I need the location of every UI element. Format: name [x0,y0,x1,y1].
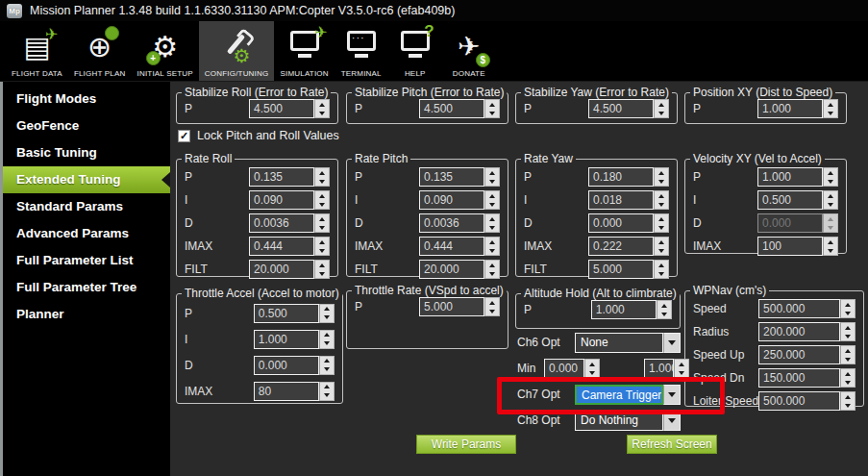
pos-xy-p-input[interactable]: 1.000 [757,99,838,118]
toolbar-help[interactable]: ? HELP [388,21,442,81]
spin-up-icon[interactable] [658,171,664,175]
param-value[interactable]: 0.090 [249,190,314,210]
toolbar-config-tuning[interactable]: ⚙ CONFIG/TUNING [199,21,275,81]
param-value[interactable]: 5.000 [588,260,654,279]
spin-up-icon[interactable] [679,363,684,366]
param-value[interactable]: 0.222 [588,237,654,256]
spinner[interactable] [823,190,838,210]
spin-down-icon[interactable] [319,249,325,253]
spinner[interactable] [314,213,330,233]
spin-up-icon[interactable] [661,304,667,308]
ch8-opt-dropdown[interactable]: Do Nothing [575,411,681,431]
param-value[interactable]: 0.135 [419,167,484,187]
spin-down-icon[interactable] [845,381,851,385]
rate-pitch-filt-input[interactable]: 20.000 [419,260,500,279]
spin-up-icon[interactable] [324,359,330,363]
ch7-opt-dropdown[interactable]: Camera Trigger [575,385,681,405]
throttle-rate-p-input[interactable]: 5.000 [419,297,500,316]
spinner[interactable] [840,345,856,364]
spin-down-icon[interactable] [658,180,664,184]
param-value[interactable]: 0.135 [249,167,314,187]
param-value[interactable]: 20.000 [419,260,484,279]
spinner[interactable] [584,359,600,378]
spin-up-icon[interactable] [828,194,833,198]
param-value[interactable]: 500.000 [758,299,840,318]
param-value[interactable]: 200.000 [758,322,840,341]
rate-roll-imax-input[interactable]: 0.444 [249,237,330,256]
toolbar-flight-plan[interactable]: ⊕ FLIGHT PLAN [68,21,132,81]
spin-up-icon[interactable] [845,395,851,399]
param-value[interactable]: 5.000 [419,297,484,316]
spin-down-icon[interactable] [489,112,495,115]
spinner[interactable] [654,260,669,279]
stab-yaw-p-input[interactable]: 4.500 [588,99,669,118]
spin-up-icon[interactable] [845,326,851,330]
ch8-opt-value[interactable]: Do Nothing [575,411,663,431]
spin-down-icon[interactable] [845,335,851,338]
rate-roll-filt-input[interactable]: 20.000 [249,260,330,279]
spin-down-icon[interactable] [489,272,495,276]
rate-pitch-d-input[interactable]: 0.0036 [419,213,500,233]
rate-yaw-d-input[interactable]: 0.000 [588,213,669,233]
spin-down-icon[interactable] [658,249,664,253]
spin-down-icon[interactable] [319,180,325,184]
spin-up-icon[interactable] [845,349,851,353]
spinner[interactable] [840,391,856,411]
spin-up-icon[interactable] [828,103,833,107]
spinner[interactable] [314,99,330,118]
spin-down-icon[interactable] [489,310,495,313]
rate-pitch-p-input[interactable]: 0.135 [419,167,500,187]
spinner[interactable] [314,190,330,210]
param-value[interactable]: 100 [757,237,823,256]
param-value[interactable]: 4.500 [588,99,654,118]
toolbar-simulation[interactable]: ✈ SIMULATION [274,21,334,81]
stab-roll-p-input[interactable]: 4.500 [249,99,330,118]
wpnav-speed-input[interactable]: 500.000 [758,299,856,318]
spinner[interactable] [823,99,838,118]
spinner[interactable] [319,304,335,323]
dropdown-arrow-icon[interactable] [663,333,681,353]
spin-up-icon[interactable] [489,194,495,198]
spin-down-icon[interactable] [489,226,495,230]
spin-down-icon[interactable] [828,203,833,207]
spin-up-icon[interactable] [828,171,833,175]
param-value[interactable]: 0.000 [588,213,654,233]
param-value[interactable]: 0.500 [254,304,319,323]
spin-down-icon[interactable] [489,203,495,207]
param-value[interactable]: 0.090 [419,190,484,210]
sidebar-item-flight-modes[interactable]: Flight Modes [3,86,170,113]
spin-down-icon[interactable] [828,180,833,184]
spin-down-icon[interactable] [324,341,330,345]
velocity-xy-imax-input[interactable]: 100 [757,237,838,256]
dropdown-arrow-icon[interactable] [663,411,681,431]
spin-down-icon[interactable] [589,371,595,375]
spin-up-icon[interactable] [658,103,664,107]
spinner[interactable] [314,167,330,187]
param-value[interactable]: 1.000 [644,359,674,378]
velocity-xy-p-input[interactable]: 1.000 [757,167,838,187]
param-value[interactable]: 80 [254,382,319,401]
param-value[interactable]: 150.000 [758,368,840,388]
spin-down-icon[interactable] [845,312,851,315]
spinner[interactable] [314,237,330,256]
toolbar-terminal[interactable]: ··· TERMINAL [335,21,388,81]
wpnav-speed-up-input[interactable]: 250.000 [758,345,856,364]
spin-up-icon[interactable] [845,303,851,307]
spin-down-icon[interactable] [324,367,330,371]
spin-up-icon[interactable] [489,217,495,221]
throttle-accel-i-input[interactable]: 1.000 [254,330,335,349]
sidebar-item-basic-tuning[interactable]: Basic Tuning [3,139,170,166]
param-value[interactable]: 0.018 [588,190,654,210]
param-value[interactable]: 0.180 [588,167,654,187]
spin-up-icon[interactable] [658,217,664,221]
spinner[interactable] [484,297,500,316]
spin-up-icon[interactable] [489,301,495,305]
ch6-opt-value[interactable]: None [575,333,663,353]
wpnav-loiter-speed-input[interactable]: 500.000 [758,391,856,411]
rate-pitch-i-input[interactable]: 0.090 [419,190,500,210]
velocity-xy-i-input[interactable]: 0.500 [757,190,838,210]
spin-up-icon[interactable] [845,372,851,376]
wpnav-speed-dn-input[interactable]: 150.000 [758,368,856,388]
param-value[interactable]: 0.0036 [419,213,484,233]
spin-down-icon[interactable] [828,112,833,115]
